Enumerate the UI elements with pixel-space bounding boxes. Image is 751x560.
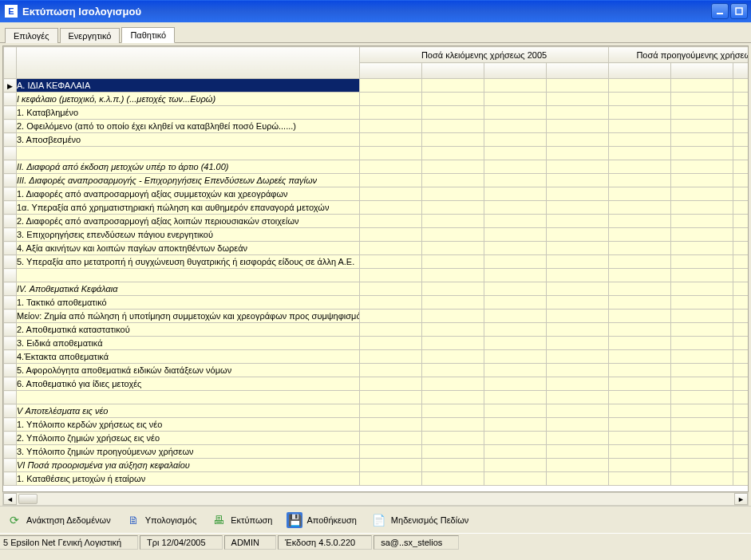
table-row[interactable]: 2. Υπόλοιπο ζημιών χρήσεως εις νέο [4, 432, 749, 445]
value-cell[interactable] [422, 228, 484, 242]
row-description[interactable]: III. Διαφορές αναπροσαρμογής - Επιχορηγή… [17, 174, 360, 187]
value-cell[interactable] [547, 269, 609, 282]
value-cell[interactable] [609, 160, 671, 174]
value-cell[interactable] [422, 106, 484, 120]
value-cell[interactable] [484, 391, 547, 404]
scroll-left-arrow[interactable]: ◄ [3, 493, 17, 505]
value-cell[interactable] [360, 282, 422, 296]
value-cell[interactable] [609, 337, 671, 350]
row-description[interactable]: Α. ΙΔΙΑ ΚΕΦΑΛΑΙΑ [17, 79, 360, 93]
table-row[interactable]: 4.Έκτακτα αποθεματικά [4, 350, 749, 364]
row-handle[interactable] [4, 242, 17, 255]
row-description[interactable]: 3. Αποσβεσμένο [17, 133, 360, 147]
value-cell[interactable] [422, 147, 484, 160]
table-row[interactable]: II. Διαφορά από έκδοση μετοχών υπέρ το ά… [4, 160, 749, 174]
value-cell[interactable] [671, 337, 733, 350]
value-cell[interactable] [484, 432, 547, 445]
value-cell[interactable] [733, 459, 749, 472]
value-cell[interactable] [609, 350, 671, 364]
row-description[interactable]: 3. Υπόλοιπο ζημιών προηγούμενων χρήσεων [17, 445, 360, 459]
row-handle[interactable] [4, 432, 17, 445]
value-cell[interactable] [671, 228, 733, 242]
row-handle[interactable] [4, 106, 17, 120]
print-button[interactable]: 🖶 Εκτύπωση [211, 512, 272, 528]
value-cell[interactable] [609, 377, 671, 391]
row-description[interactable]: 5. Αφορολόγητα αποθεματικά ειδικών διατά… [17, 364, 360, 377]
value-cell[interactable] [484, 459, 547, 472]
scroll-thumb[interactable] [18, 494, 38, 504]
value-cell[interactable] [609, 133, 671, 147]
value-cell[interactable] [484, 337, 547, 350]
value-cell[interactable] [547, 418, 609, 432]
value-cell[interactable] [733, 432, 749, 445]
row-handle[interactable] [4, 79, 17, 93]
value-cell[interactable] [733, 255, 749, 269]
value-cell[interactable] [422, 296, 484, 310]
table-row[interactable]: 3. Ειδικά αποθεματικά [4, 337, 749, 350]
value-cell[interactable] [547, 106, 609, 120]
table-row[interactable]: 2. Αποθεματικά καταστατικού [4, 323, 749, 337]
value-cell[interactable] [609, 445, 671, 459]
row-handle[interactable] [4, 377, 17, 391]
value-cell[interactable] [733, 228, 749, 242]
row-description[interactable] [17, 147, 360, 160]
value-cell[interactable] [733, 404, 749, 418]
value-cell[interactable] [671, 472, 733, 486]
row-handle[interactable] [4, 147, 17, 160]
previous-year-group-header[interactable]: Ποσά προηγούμενης χρήσεως 20 [609, 47, 749, 63]
value-cell[interactable] [360, 418, 422, 432]
value-cell[interactable] [609, 432, 671, 445]
row-description[interactable]: 2. Οφειλόμενο (από το οποίο έχει κληθεί … [17, 120, 360, 133]
value-cell[interactable] [360, 106, 422, 120]
value-cell[interactable] [360, 459, 422, 472]
value-cell[interactable] [547, 310, 609, 323]
table-row[interactable]: 1. Διαφορές από αναπροσαρμογή αξίας συμμ… [4, 187, 749, 201]
value-cell[interactable] [671, 93, 733, 106]
row-handle[interactable] [4, 93, 17, 106]
value-cell[interactable] [547, 472, 609, 486]
value-cell[interactable] [609, 391, 671, 404]
value-cell[interactable] [733, 269, 749, 282]
value-cell[interactable] [484, 364, 547, 377]
value-cell[interactable] [484, 310, 547, 323]
value-cell[interactable] [671, 282, 733, 296]
value-cell[interactable] [422, 472, 484, 486]
table-row[interactable]: Μείον: Ζημία από πώληση ή υποτίμηση συμμ… [4, 310, 749, 323]
prev-col-2[interactable] [671, 63, 733, 79]
value-cell[interactable] [733, 364, 749, 377]
table-row[interactable]: 6. Αποθεματικό για ίδιες μετοχές [4, 377, 749, 391]
value-cell[interactable] [484, 79, 547, 93]
value-cell[interactable] [733, 133, 749, 147]
value-cell[interactable] [422, 133, 484, 147]
value-cell[interactable] [609, 364, 671, 377]
value-cell[interactable] [671, 269, 733, 282]
row-handle[interactable] [4, 472, 17, 486]
value-cell[interactable] [671, 120, 733, 133]
value-cell[interactable] [360, 310, 422, 323]
row-handle[interactable] [4, 228, 17, 242]
value-cell[interactable] [547, 160, 609, 174]
value-cell[interactable] [422, 187, 484, 201]
table-row[interactable]: 3. Αποσβεσμένο [4, 133, 749, 147]
value-cell[interactable] [484, 133, 547, 147]
value-cell[interactable] [671, 133, 733, 147]
value-cell[interactable] [360, 228, 422, 242]
value-cell[interactable] [484, 160, 547, 174]
prev-col-1[interactable] [609, 63, 671, 79]
reset-fields-button[interactable]: 📄 Μηδενισμός Πεδίων [371, 512, 468, 528]
row-description[interactable]: 1. Τακτικό αποθεματικό [17, 296, 360, 310]
value-cell[interactable] [422, 350, 484, 364]
value-cell[interactable] [609, 472, 671, 486]
row-handle[interactable] [4, 364, 17, 377]
table-row[interactable]: IV. Αποθεματικά Κεφάλαια [4, 282, 749, 296]
value-cell[interactable] [609, 269, 671, 282]
value-cell[interactable] [360, 364, 422, 377]
value-cell[interactable] [609, 120, 671, 133]
value-cell[interactable] [484, 93, 547, 106]
refresh-data-button[interactable]: ⟳ Ανάκτηση Δεδομένων [6, 512, 111, 528]
value-cell[interactable] [733, 391, 749, 404]
value-cell[interactable] [671, 350, 733, 364]
value-cell[interactable] [360, 269, 422, 282]
value-cell[interactable] [484, 418, 547, 432]
value-cell[interactable] [360, 93, 422, 106]
